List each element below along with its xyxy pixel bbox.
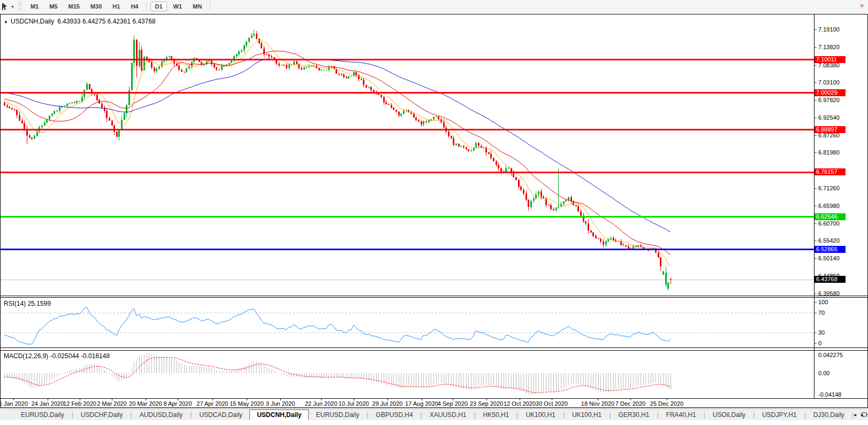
chart-tab-eurusd-daily[interactable]: EURUSD,Daily (309, 410, 366, 420)
price-tick-mark (814, 152, 817, 153)
rsi-indicator-canvas[interactable] (1, 298, 814, 347)
price-level-badge: 6.88897 (814, 126, 846, 133)
chart-tab-usdcnh-daily[interactable]: USDCNH,Daily (249, 409, 309, 420)
rsi-tick-label: 100 (818, 299, 828, 305)
chart-tab-usdjpy-h1[interactable]: USDJPY,H1 (755, 410, 803, 420)
rsi-tick-mark (814, 333, 817, 333)
price-tick-mark (814, 206, 817, 206)
pane-divider[interactable] (1, 350, 867, 351)
rsi-tick-label: 30 (818, 329, 825, 336)
chart-tab-audusd-daily[interactable]: AUDUSD,Daily (133, 410, 190, 420)
timeframe-button-m5[interactable]: M5 (45, 2, 62, 11)
chart-tab-usdcad-daily[interactable]: USDCAD,Daily (192, 410, 249, 420)
pane-divider[interactable] (1, 297, 867, 298)
pane-divider[interactable] (1, 347, 867, 348)
price-level-badge: 7.00029 (814, 89, 846, 96)
date-tick-label: 12 Oct 2020 (504, 400, 536, 407)
toolbar-overflow-icon[interactable]: » (860, 2, 864, 9)
timeframe-button-h1[interactable]: H1 (108, 2, 124, 11)
chart-title: ▼USDCNH,Daily6.43933 6.44275 6.42361 6.4… (4, 18, 156, 25)
date-tick-label: 2 Mar 2020 (97, 400, 127, 407)
price-tick-mark (814, 47, 817, 48)
price-tick-label: 7.03100 (818, 79, 840, 86)
date-tick-label: 22 Jun 2020 (305, 400, 338, 407)
date-tick-label: 17 Aug 2020 (405, 400, 438, 407)
chart-tab-eurusd-daily[interactable]: EURUSD,Daily (14, 410, 71, 420)
symbol-dropdown-icon[interactable]: ▼ (4, 20, 8, 25)
timeframe-button-mn[interactable]: MN (188, 2, 206, 11)
price-tick-mark (814, 293, 817, 294)
rsi-tick-mark (814, 302, 817, 303)
timeframe-button-w1[interactable]: W1 (169, 2, 187, 11)
date-tick-label: 7 Dec 2020 (615, 400, 645, 407)
price-chart-canvas[interactable] (1, 14, 814, 295)
rsi-tick-label: 70 (818, 310, 825, 316)
rsi-tick-label: 0 (818, 340, 821, 346)
date-tick-label: 24 Jan 2020 (32, 400, 64, 407)
timeframe-button-m1[interactable]: M1 (26, 2, 43, 11)
chart-tab-uk100-h1[interactable]: UK100,H1 (519, 410, 562, 420)
chart-tab-fra40-h1[interactable]: FRA40,H1 (659, 410, 703, 420)
toolbar-separator (210, 2, 210, 11)
price-level-badge: 6.52865 (814, 246, 846, 253)
price-scale[interactable]: 7.191007.138207.083807.031006.978206.925… (814, 14, 867, 407)
price-level-badge: 6.43768 (814, 276, 846, 283)
price-level-badge: 6.76157 (814, 168, 846, 175)
date-tick-label: 29 Jul 2020 (372, 400, 403, 407)
macd-indicator-canvas[interactable] (1, 351, 814, 398)
price-tick-label: 6.97820 (818, 97, 840, 103)
pane-divider[interactable] (1, 296, 867, 296)
price-tick-label: 6.81980 (818, 149, 840, 156)
chart-tab-uk100-h1[interactable]: UK100,H1 (565, 410, 608, 420)
date-tick-label: 20 Mar 2020 (129, 400, 162, 407)
date-tick-label: 27 Apr 2020 (196, 400, 228, 407)
price-tick-mark (814, 135, 817, 136)
price-tick-label: 6.71260 (818, 185, 840, 191)
date-axis[interactable]: 6 Jan 202024 Jan 202012 Feb 20202 Mar 20… (1, 399, 867, 407)
price-tick-mark (814, 100, 817, 101)
date-tick-label: 30 Oct 2020 (536, 400, 568, 407)
date-tick-label: 18 Nov 2020 (581, 400, 614, 407)
date-tick-label: 10 Jul 2020 (339, 400, 369, 407)
chart-tab-ger30-h1[interactable]: GER30,H1 (611, 410, 656, 420)
date-tick-label: 4 Sep 2020 (438, 400, 468, 407)
timeframe-button-h4[interactable]: H4 (126, 2, 142, 11)
price-tick-mark (814, 223, 817, 224)
price-tick-label: 6.50140 (818, 255, 840, 261)
toolbar-separator (146, 2, 147, 11)
timeframe-button-d1[interactable]: D1 (150, 2, 166, 11)
price-level-badge: 6.62646 (814, 213, 846, 220)
date-tick-label: 25 Dec 2020 (650, 400, 683, 407)
date-tick-label: 23 Sep 2020 (470, 400, 503, 407)
toolbar-grip[interactable] (19, 2, 22, 11)
chevron-down-icon[interactable]: ▼ (11, 5, 14, 9)
chart-tab-xauusd-h1[interactable]: XAUUSD,H1 (423, 410, 474, 420)
chart-tab-usoil-daily[interactable]: USOil,Daily (706, 410, 752, 420)
price-tick-label: 7.13820 (818, 44, 840, 50)
macd-tick-label: 0.042275 (818, 352, 843, 358)
date-tick-label: 12 Feb 2020 (63, 400, 96, 407)
price-tick-mark (814, 65, 817, 66)
tabs-scroll-left-icon[interactable]: ◂ (854, 412, 856, 418)
price-tick-label: 6.60700 (818, 220, 840, 227)
tabs-scroll-right-icon[interactable]: ▸ (861, 412, 864, 418)
chart-tab-dj30-daily[interactable]: DJ30,Daily (806, 410, 851, 420)
chart-tool-icon[interactable] (1, 2, 10, 11)
chart-tab-hk50-h1[interactable]: HK50,H1 (476, 410, 516, 420)
price-tick-label: 6.55420 (818, 237, 840, 244)
timeframe-button-m15[interactable]: M15 (64, 2, 84, 11)
price-tick-mark (814, 118, 817, 118)
mt4-terminal: ▼ M1M5M15M30H1H4D1W1MN » ▼USDCNH,Daily6.… (0, 0, 868, 425)
price-tick-label: 6.92540 (818, 114, 840, 121)
price-tick-mark (814, 258, 817, 259)
timeframe-button-m30[interactable]: M30 (86, 2, 106, 11)
chart-tab-gbpusd-h4[interactable]: GBPUSD,H4 (369, 410, 420, 420)
chart-tabs-bar: ◂ ▸ EURUSD,Daily|USDCHF,Daily|AUDUSD,Dai… (0, 408, 868, 420)
timeframes-toolbar: ▼ M1M5M15M30H1H4D1W1MN » (0, 0, 868, 13)
chart-tab-usdchf-daily[interactable]: USDCHF,Daily (74, 410, 130, 420)
price-tick-label: 6.65980 (818, 203, 840, 209)
date-tick-label: 6 Jan 2020 (0, 400, 28, 407)
rsi-indicator-label: RSI(14) 25.1599 (4, 300, 51, 307)
price-tick-mark (814, 188, 817, 189)
price-level-badge: 7.10011 (814, 56, 846, 63)
